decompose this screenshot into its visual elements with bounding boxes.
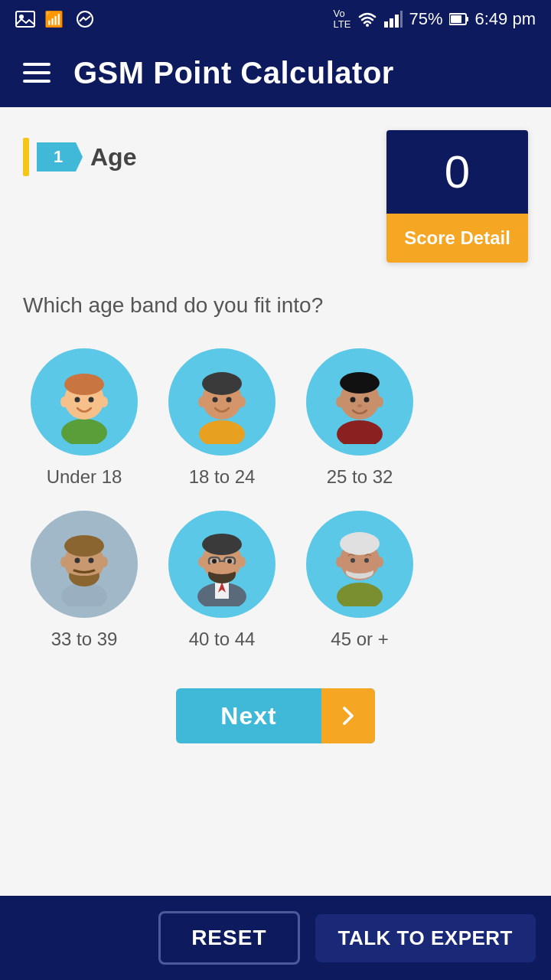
score-detail-button[interactable]: Score Detail (386, 214, 528, 263)
next-arrow-icon (321, 688, 375, 743)
svg-rect-0 (16, 11, 34, 27)
adult-avatar (318, 360, 402, 444)
avatar-under18 (31, 348, 138, 456)
svg-point-54 (198, 557, 206, 567)
svg-point-51 (207, 562, 237, 574)
age-option-40to44[interactable]: 40 to 44 (161, 511, 283, 650)
age-label-33to39: 33 to 39 (51, 629, 118, 650)
svg-point-46 (202, 534, 242, 555)
step-label: Age (90, 143, 136, 172)
svg-point-30 (364, 397, 370, 403)
messenger-icon (75, 11, 95, 28)
age-option-18to24[interactable]: 18 to 24 (161, 348, 283, 488)
svg-point-28 (340, 372, 380, 394)
signal-icon (384, 11, 403, 28)
avatar-25to32 (306, 348, 413, 456)
image-icon (15, 11, 35, 28)
svg-point-52 (212, 559, 217, 564)
next-button-container: Next (23, 688, 528, 743)
svg-rect-6 (390, 18, 393, 28)
middle-aged-avatar (180, 522, 264, 606)
svg-point-12 (61, 419, 107, 444)
svg-point-58 (340, 532, 380, 555)
avatar-18to24 (168, 348, 276, 456)
svg-point-55 (238, 557, 246, 567)
avatar-40to44 (168, 511, 276, 618)
avatar-45plus (306, 511, 413, 618)
age-options-grid: Under 18 (23, 348, 528, 673)
svg-point-39 (75, 558, 80, 564)
svg-point-14 (64, 374, 104, 395)
app-title: GSM Point Calculator (73, 56, 394, 90)
status-left-icons: 📶 (15, 11, 95, 28)
senior-avatar (318, 522, 402, 606)
svg-rect-10 (451, 15, 461, 23)
svg-point-38 (67, 564, 101, 576)
svg-point-19 (199, 420, 245, 444)
age-option-33to39[interactable]: 33 to 39 (23, 511, 145, 650)
talk-to-expert-button[interactable]: TALK TO EXPERT (315, 914, 536, 962)
svg-point-18 (100, 397, 108, 407)
svg-point-41 (60, 557, 68, 567)
svg-point-32 (336, 397, 344, 407)
svg-point-64 (376, 557, 383, 567)
status-bar: 📶 Vo LTE 75% 6:49 pm (0, 0, 551, 38)
battery-text: 75% (409, 9, 442, 29)
svg-point-63 (336, 557, 344, 567)
age-label-18to24: 18 to 24 (189, 466, 256, 488)
main-content: 1 Age 0 Score Detail Which age band do y… (0, 107, 551, 919)
step-badge: 1 Age (23, 138, 136, 176)
svg-point-62 (364, 558, 369, 563)
age-label-under18: Under 18 (47, 466, 122, 488)
age-option-under18[interactable]: Under 18 (23, 348, 145, 488)
svg-point-22 (213, 397, 218, 403)
age-label-40to44: 40 to 44 (189, 629, 256, 650)
step-number: 1 (37, 142, 83, 172)
svg-rect-7 (395, 15, 399, 28)
svg-rect-8 (400, 11, 403, 28)
svg-point-4 (366, 24, 369, 27)
time: 6:49 pm (475, 9, 536, 29)
bottom-bar: RESET TALK TO EXPERT (0, 896, 551, 980)
chevron-right-icon (337, 704, 360, 727)
svg-point-16 (89, 397, 94, 403)
young-adult-avatar (180, 360, 264, 444)
battery-icon (449, 13, 469, 25)
hamburger-menu[interactable] (23, 63, 51, 83)
age-option-25to32[interactable]: 25 to 32 (298, 348, 421, 488)
reset-button[interactable]: RESET (158, 911, 299, 965)
top-section: 1 Age 0 Score Detail (23, 130, 528, 263)
score-value: 0 (386, 130, 528, 214)
svg-point-53 (227, 559, 232, 564)
step-bar-accent (23, 138, 29, 176)
svg-point-31 (357, 404, 362, 407)
question-text: Which age band do you fit into? (23, 293, 528, 318)
wifi-icon (357, 11, 378, 28)
age-label-45plus: 45 or + (331, 629, 388, 650)
svg-point-23 (227, 397, 232, 403)
svg-point-40 (89, 558, 94, 564)
adult-beard-avatar (42, 522, 126, 606)
svg-point-25 (238, 397, 246, 407)
child-avatar (42, 360, 126, 444)
wifi-calling-icon: 📶 (44, 11, 66, 28)
age-option-45plus[interactable]: 45 or + (298, 511, 421, 650)
svg-point-17 (60, 397, 68, 407)
svg-point-61 (350, 558, 355, 563)
network-type: Vo LTE (334, 8, 351, 31)
svg-point-36 (64, 535, 104, 557)
svg-text:📶: 📶 (44, 11, 64, 28)
svg-point-15 (75, 397, 80, 403)
svg-point-29 (350, 397, 356, 403)
status-right-info: Vo LTE 75% 6:49 pm (334, 8, 536, 31)
svg-point-26 (337, 420, 383, 444)
svg-point-21 (202, 372, 242, 395)
svg-rect-5 (384, 21, 388, 28)
app-header: GSM Point Calculator (0, 38, 551, 107)
score-box: 0 Score Detail (386, 130, 528, 263)
age-label-25to32: 25 to 32 (327, 466, 393, 488)
next-button-label: Next (176, 702, 321, 730)
svg-rect-11 (466, 17, 468, 21)
svg-point-60 (344, 561, 375, 573)
next-button[interactable]: Next (176, 688, 375, 743)
